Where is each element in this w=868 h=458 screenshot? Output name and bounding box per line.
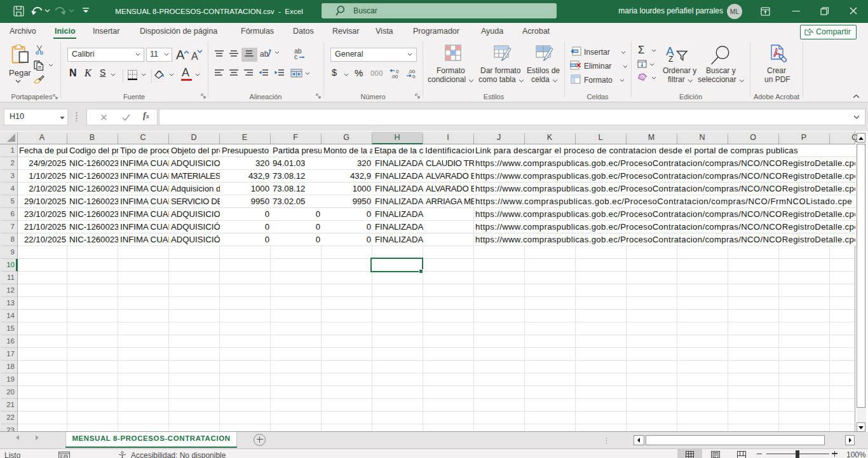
svg-text:0: 0: [412, 74, 416, 79]
svg-text:Z: Z: [668, 55, 673, 64]
svg-text:,00: ,00: [391, 74, 398, 79]
svg-text:c: c: [294, 53, 297, 60]
svg-text:ab: ab: [260, 50, 269, 59]
